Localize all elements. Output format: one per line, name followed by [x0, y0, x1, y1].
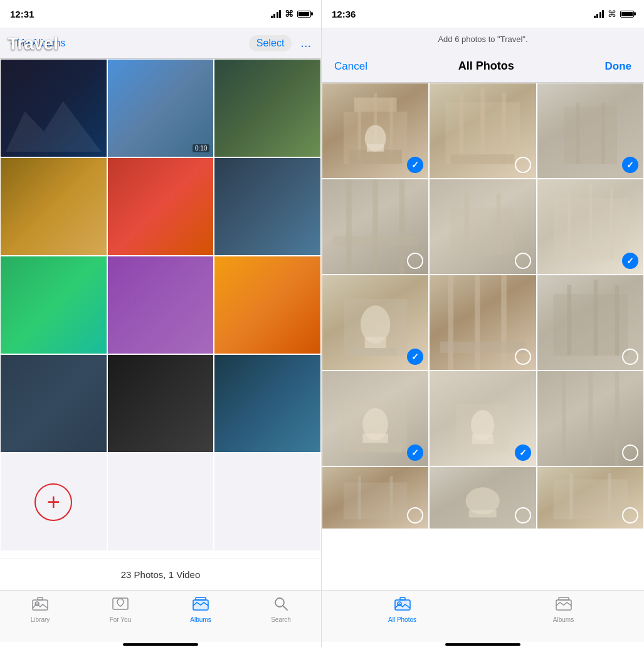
svg-rect-51 [349, 443, 402, 453]
right-cell-7[interactable] [429, 275, 536, 371]
right-cell-9[interactable]: ✓ [322, 371, 429, 466]
grid-cell-7[interactable] [0, 256, 107, 354]
more-button[interactable]: ... [300, 36, 311, 50]
tab-for-you[interactable]: For You [80, 597, 161, 623]
left-panel: 12:31 ⌘ ‹ My Albums Select ... [0, 0, 322, 647]
status-time-left: 12:31 [10, 9, 34, 19]
grid-row-2 [0, 157, 321, 256]
grid-cell-3[interactable] [214, 59, 321, 157]
svg-rect-68 [400, 597, 405, 600]
right-cell-12[interactable] [322, 466, 429, 529]
hint-text: Add 6 photos to "Travel". [438, 34, 527, 44]
wifi-icon-right: ⌘ [608, 9, 616, 19]
all-photos-tab-label: All Photos [388, 616, 416, 623]
select-check-11[interactable] [622, 444, 638, 461]
tab-all-photos[interactable]: All Photos [322, 597, 483, 623]
right-cell-6[interactable]: ✓ [322, 275, 429, 371]
grid-row-5: + [0, 453, 321, 551]
right-cell-10[interactable]: ✓ [429, 371, 536, 466]
svg-rect-66 [395, 600, 410, 610]
right-cell-0[interactable]: ✓ [322, 83, 429, 179]
right-cell-2[interactable]: ✓ [537, 83, 644, 179]
tab-albums-right[interactable]: Albums [483, 597, 644, 623]
nav-bar-left: ‹ My Albums Select ... [0, 28, 321, 59]
empty-cell-2 [214, 453, 321, 551]
select-check-13[interactable] [515, 507, 531, 523]
grid-row-3 [0, 256, 321, 354]
photo-count-text: 23 Photos, 1 Video [121, 569, 201, 580]
grid-cell-8[interactable] [107, 256, 214, 354]
right-grid-row-2: ✓ [322, 179, 644, 275]
grid-cell-4[interactable] [0, 157, 107, 256]
svg-rect-4 [113, 598, 128, 609]
right-grid-row-4: ✓ ✓ [322, 371, 644, 466]
cancel-button[interactable]: Cancel [334, 60, 367, 73]
tab-library[interactable]: Library [0, 597, 80, 623]
photo-grid-right: ✓ [322, 83, 644, 590]
select-button[interactable]: Select [249, 35, 292, 51]
battery-icon [297, 11, 311, 18]
tab-search[interactable]: Search [241, 597, 321, 623]
svg-rect-58 [344, 483, 408, 520]
grid-cell-11[interactable] [107, 354, 214, 453]
add-photo-button[interactable]: + [0, 453, 107, 551]
select-check-1[interactable] [515, 157, 531, 173]
right-cell-3[interactable] [322, 179, 429, 275]
grid-cell-1[interactable] [0, 59, 107, 157]
signal-icon [271, 10, 282, 18]
right-cell-5[interactable]: ✓ [537, 179, 644, 275]
albums-icon [193, 597, 209, 614]
done-button[interactable]: Done [604, 60, 631, 73]
grid-row-4 [0, 354, 321, 453]
right-cell-4[interactable] [429, 179, 536, 275]
empty-cell-1 [107, 453, 214, 551]
signal-icon-right [594, 10, 604, 18]
svg-rect-21 [451, 154, 515, 164]
back-button[interactable]: ‹ My Albums [10, 36, 65, 50]
nav-bar-right: Cancel All Photos Done [322, 50, 644, 83]
photo-count-bar: 23 Photos, 1 Video [0, 559, 321, 590]
grid-cell-10[interactable] [0, 354, 107, 453]
svg-rect-16 [367, 144, 384, 152]
right-cell-13[interactable] [429, 466, 536, 529]
right-cell-8[interactable] [537, 275, 644, 371]
grid-cell-2[interactable]: 0:10 [107, 59, 214, 157]
home-bar-right [445, 643, 520, 646]
status-icons-right: ⌘ [594, 9, 635, 19]
home-bar-left [123, 643, 198, 646]
grid-cell-6[interactable] [214, 157, 321, 256]
svg-rect-39 [354, 348, 397, 355]
svg-rect-54 [472, 434, 494, 444]
grid-row-1: 0:10 [0, 59, 321, 157]
grid-cell-5[interactable] [107, 157, 214, 256]
nav-actions-left: Select ... [249, 35, 311, 51]
select-check-5[interactable]: ✓ [622, 253, 638, 269]
select-check-7[interactable] [515, 349, 531, 365]
status-bar-right: 12:36 ⌘ [322, 0, 644, 28]
select-check-2[interactable]: ✓ [622, 157, 638, 173]
svg-rect-3 [38, 597, 43, 600]
select-check-4[interactable] [515, 253, 531, 269]
tab-search-label: Search [271, 616, 291, 623]
svg-rect-29 [451, 208, 515, 255]
all-photos-icon [394, 597, 411, 614]
right-grid-row-1: ✓ [322, 83, 644, 179]
svg-rect-63 [553, 480, 628, 520]
search-tab-icon [274, 597, 288, 614]
grid-cell-9[interactable] [214, 256, 321, 354]
select-check-14[interactable] [622, 507, 638, 523]
grid-cell-12[interactable] [214, 354, 321, 453]
back-label[interactable]: My Albums [16, 38, 65, 49]
add-circle[interactable]: + [34, 483, 72, 521]
home-indicator-left [0, 642, 321, 647]
right-cell-14[interactable] [537, 466, 644, 529]
right-cell-11[interactable] [537, 371, 644, 466]
svg-rect-14 [349, 150, 402, 164]
library-icon [32, 597, 48, 614]
select-check-8[interactable] [622, 349, 638, 365]
tab-albums[interactable]: Albums [161, 597, 241, 623]
right-cell-1[interactable] [429, 83, 536, 179]
right-grid-row-5 [322, 466, 644, 529]
select-check-10[interactable]: ✓ [515, 444, 531, 461]
status-time-right: 12:36 [332, 9, 356, 19]
